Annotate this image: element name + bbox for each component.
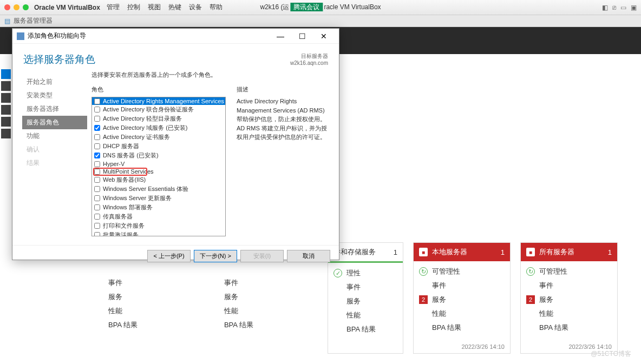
role-item[interactable]: MultiPoint Services [92, 168, 225, 175]
tile-row[interactable]: 事件 [108, 276, 138, 290]
wizard-titlebar[interactable]: 添加角色和功能向导 — ☐ ✕ [12, 29, 339, 44]
role-checkbox[interactable] [94, 195, 100, 201]
role-item[interactable]: Active Directory 联合身份验证服务 [92, 105, 225, 114]
dashboard-tile-all-servers[interactable]: ■ 所有服务器 1 ↻可管理性 事件 2服务 性能 BPA 结果 2022/3/… [520, 242, 618, 354]
role-checkbox[interactable] [94, 107, 100, 112]
role-checkbox[interactable] [94, 143, 100, 149]
tile-row[interactable]: 事件 [333, 280, 397, 294]
next-button[interactable]: 下一步(N) > [194, 250, 237, 262]
role-checkbox[interactable] [94, 177, 100, 183]
app-title: Oracle VM VirtualBox [34, 4, 100, 11]
nav-server-roles[interactable]: 服务器角色 [22, 116, 87, 129]
role-checkbox[interactable] [94, 125, 100, 131]
menu-item[interactable]: 帮助 [210, 3, 223, 12]
menu-item[interactable]: 控制 [127, 3, 140, 12]
tile-row[interactable]: 服务 [108, 290, 138, 304]
tile-row[interactable]: BPA 结果 [526, 321, 612, 335]
tile-row[interactable]: ✓理性 [333, 266, 397, 280]
tile-row[interactable]: 事件 [526, 279, 612, 293]
tile-row[interactable]: 性能 [108, 304, 138, 318]
role-checkbox[interactable] [94, 116, 100, 122]
tile-row[interactable]: ↻可管理性 [419, 264, 505, 279]
tile-row[interactable]: 性能 [224, 304, 253, 318]
role-label: MultiPoint Services [103, 168, 154, 175]
nav-features[interactable]: 功能 [22, 129, 87, 143]
toolbar-icon[interactable] [1, 129, 11, 138]
server-icon: ■ [419, 248, 428, 256]
menu-item[interactable]: 热键 [168, 3, 181, 12]
roles-list[interactable]: Active Directory Rights Management Servi… [91, 97, 226, 236]
role-item[interactable]: Windows Server Essentials 体验 [92, 184, 225, 194]
menu-item[interactable]: 设备 [189, 3, 202, 12]
tile-row[interactable]: 性能 [333, 308, 397, 322]
role-item[interactable]: DHCP 服务器 [92, 142, 225, 151]
fullscreen-icon[interactable] [23, 4, 29, 10]
role-item[interactable]: Windows 部署服务 [92, 203, 225, 212]
tile-row[interactable]: BPA 结果 [224, 318, 253, 332]
role-item[interactable]: 批量激活服务 [92, 230, 225, 236]
tray-icon[interactable]: ⎚ [612, 4, 616, 11]
tile-row[interactable]: BPA 结果 [333, 322, 397, 336]
tile-row[interactable]: 服务 [224, 290, 253, 304]
role-checkbox[interactable] [94, 134, 100, 140]
menu-item[interactable]: 视图 [148, 3, 161, 12]
role-item[interactable]: Web 服务器(IIS) [92, 175, 225, 184]
role-label: Active Directory 域服务 (已安装) [103, 124, 187, 132]
role-item[interactable]: Hyper-V [92, 160, 225, 168]
maximize-button[interactable]: ☐ [291, 29, 313, 43]
toolbar-icon[interactable] [1, 69, 11, 79]
role-checkbox[interactable] [94, 223, 100, 229]
tile-row[interactable]: 服务 [333, 294, 397, 308]
tray-icon[interactable]: ▣ [631, 4, 637, 11]
tile-row[interactable]: 性能 [526, 307, 612, 321]
tile-header: ■ 所有服务器 1 [521, 243, 617, 261]
tile-row[interactable]: 性能 [419, 307, 505, 321]
tile-row[interactable]: 事件 [419, 279, 505, 293]
nav-server-selection[interactable]: 服务器选择 [22, 102, 87, 116]
role-label: Windows Server Essentials 体验 [103, 185, 188, 193]
watermark: @51CTO博客 [591, 349, 631, 359]
tile-row[interactable]: 2服务 [419, 293, 505, 307]
tray-icon[interactable]: ▭ [620, 4, 626, 11]
tile-row[interactable]: BPA 结果 [108, 318, 138, 332]
nav-before-begin[interactable]: 开始之前 [22, 75, 87, 89]
close-icon[interactable] [4, 4, 10, 10]
toolbar-icon[interactable] [1, 93, 11, 103]
role-checkbox[interactable] [94, 169, 100, 175]
role-item[interactable]: Windows Server 更新服务 [92, 194, 225, 203]
tile-row[interactable]: 事件 [224, 276, 253, 290]
role-item[interactable]: 传真服务器 [92, 212, 225, 221]
toolbar-icon[interactable] [1, 105, 11, 115]
role-item[interactable]: DNS 服务器 (已安装) [92, 151, 225, 160]
servers-icon: ■ [526, 248, 535, 256]
menu-item[interactable]: 管理 [107, 3, 120, 12]
target-server-info: 目标服务器 w2k16.aqn.com [290, 52, 328, 67]
minimize-button[interactable]: — [270, 29, 291, 43]
role-item[interactable]: Active Directory 证书服务 [92, 133, 225, 142]
role-label: Web 服务器(IIS) [103, 176, 146, 184]
tile-row[interactable]: BPA 结果 [419, 321, 505, 335]
tray-icon[interactable]: ◧ [602, 4, 608, 11]
server-manager-titlebar: ▤ 服务器管理器 [0, 15, 641, 27]
toolbar-icon[interactable] [1, 117, 11, 127]
close-button[interactable]: ✕ [313, 29, 335, 43]
minimize-icon[interactable] [14, 4, 19, 10]
role-checkbox[interactable] [94, 161, 100, 167]
role-checkbox[interactable] [94, 153, 100, 158]
tile-row[interactable]: 2服务 [526, 293, 612, 307]
tile-row[interactable]: ↻可管理性 [526, 264, 612, 279]
cancel-button[interactable]: 取消 [287, 250, 330, 262]
role-checkbox[interactable] [94, 186, 100, 192]
toolbar-icon[interactable] [1, 81, 11, 91]
role-item[interactable]: Active Directory 域服务 (已安装) [92, 123, 225, 133]
role-item[interactable]: 打印和文件服务 [92, 221, 225, 230]
role-checkbox[interactable] [94, 214, 100, 220]
nav-install-type[interactable]: 安装类型 [22, 89, 87, 102]
role-checkbox[interactable] [94, 98, 100, 104]
role-checkbox[interactable] [94, 232, 100, 236]
role-item[interactable]: Active Directory Rights Management Servi… [92, 97, 225, 105]
role-checkbox[interactable] [94, 204, 100, 210]
prev-button[interactable]: < 上一步(P) [147, 250, 191, 262]
dashboard-tile-local-server[interactable]: ■ 本地服务器 1 ↻可管理性 事件 2服务 性能 BPA 结果 2022/3/… [413, 242, 511, 354]
role-item[interactable]: Active Directory 轻型目录服务 [92, 114, 225, 123]
